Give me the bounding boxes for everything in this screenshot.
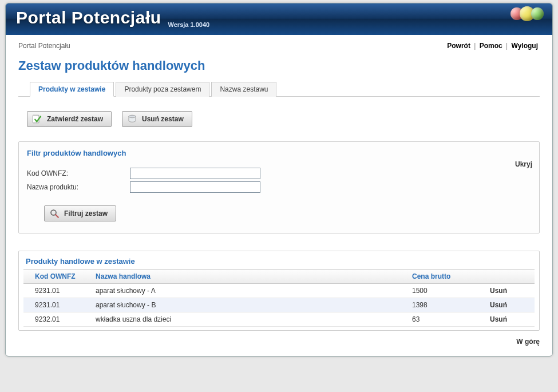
help-link[interactable]: Pomoc — [480, 42, 502, 50]
svg-line-3 — [56, 215, 58, 217]
cell-nazwa: aparat słuchowy - B — [91, 298, 407, 312]
products-panel: Produkty handlowe w zestawie Kod OWNFZ N… — [18, 251, 540, 331]
cell-cena: 63 — [407, 312, 485, 327]
filter-panel: Filtr produktów handlowych Ukryj Kod OWN… — [18, 141, 540, 233]
confirm-set-label: Zatwierdź zestaw — [47, 115, 103, 123]
content-area: Portal Potencjału Powrót | Pomoc | Wylog… — [6, 35, 552, 356]
cell-cena: 1398 — [407, 298, 485, 312]
tab-strip: Produkty w zestawie Produkty poza zestaw… — [18, 81, 540, 97]
hide-link[interactable]: Ukryj — [515, 160, 532, 168]
logo-icon — [514, 7, 544, 21]
app-title: Portal Potencjału — [16, 8, 161, 27]
tab-produkty-w-zestawie[interactable]: Produkty w zestawie — [30, 82, 114, 97]
tab-nazwa-zestawu[interactable]: Nazwa zestawu — [211, 82, 276, 97]
back-link[interactable]: Powrót — [447, 42, 470, 50]
nazwa-input[interactable] — [130, 181, 260, 193]
top-line: Portal Potencjału Powrót | Pomoc | Wylog… — [18, 42, 540, 50]
col-kod[interactable]: Kod OWNFZ — [23, 270, 91, 284]
check-icon — [32, 114, 42, 124]
table-row: 9231.01 aparat słuchowy - A 1500 Usuń — [23, 284, 535, 298]
trash-icon — [127, 114, 137, 124]
filter-button[interactable]: Filtruj zestaw — [44, 205, 116, 221]
confirm-set-button[interactable]: Zatwierdź zestaw — [27, 111, 112, 127]
filter-panel-title: Filtr produktów handlowych — [27, 149, 531, 157]
app-version: Wersja 1.0040 — [168, 21, 210, 35]
kod-input[interactable] — [130, 168, 260, 179]
cell-kod: 9232.01 — [23, 312, 91, 327]
filter-button-label: Filtruj zestaw — [64, 209, 108, 217]
kod-label: Kod OWNFZ: — [27, 169, 130, 177]
cell-cena: 1500 — [407, 284, 485, 298]
title-bar: Portal Potencjału Wersja 1.0040 — [6, 3, 552, 35]
page-title: Zestaw produktów handlowych — [18, 58, 540, 73]
delete-set-label: Usuń zestaw — [142, 115, 184, 123]
top-link[interactable]: W górę — [18, 338, 540, 346]
filter-row-kod: Kod OWNFZ: — [27, 168, 531, 179]
cell-nazwa: aparat słuchowy - A — [91, 284, 407, 298]
delete-set-button[interactable]: Usuń zestaw — [122, 111, 192, 127]
cell-kod: 9231.01 — [23, 298, 91, 312]
filter-row-nazwa: Nazwa produktu: — [27, 181, 531, 193]
col-action — [485, 270, 535, 284]
col-nazwa[interactable]: Nazwa handlowa — [91, 270, 407, 284]
magnifier-icon — [49, 208, 60, 219]
app-window: Portal Potencjału Wersja 1.0040 Portal P… — [5, 3, 553, 357]
action-row: Zatwierdź zestaw Usuń zestaw — [27, 111, 540, 127]
table-row: 9231.01 aparat słuchowy - B 1398 Usuń — [23, 298, 535, 312]
logout-link[interactable]: Wyloguj — [512, 42, 538, 50]
delete-row-link[interactable]: Usuń — [485, 298, 535, 312]
breadcrumb: Portal Potencjału — [18, 42, 70, 50]
top-links: Powrót | Pomoc | Wyloguj — [445, 42, 540, 50]
nazwa-label: Nazwa produktu: — [27, 183, 130, 191]
cell-nazwa: wkładka uszna dla dzieci — [91, 312, 407, 327]
tab-produkty-poza-zestawem[interactable]: Produkty poza zestawem — [116, 82, 209, 97]
products-table: Kod OWNFZ Nazwa handlowa Cena brutto 923… — [23, 269, 535, 327]
col-cena[interactable]: Cena brutto — [407, 270, 485, 284]
delete-row-link[interactable]: Usuń — [485, 284, 535, 298]
products-panel-title: Produkty handlowe w zestawie — [23, 257, 535, 269]
table-row: 9232.01 wkładka uszna dla dzieci 63 Usuń — [23, 312, 535, 327]
cell-kod: 9231.01 — [23, 284, 91, 298]
delete-row-link[interactable]: Usuń — [485, 312, 535, 327]
